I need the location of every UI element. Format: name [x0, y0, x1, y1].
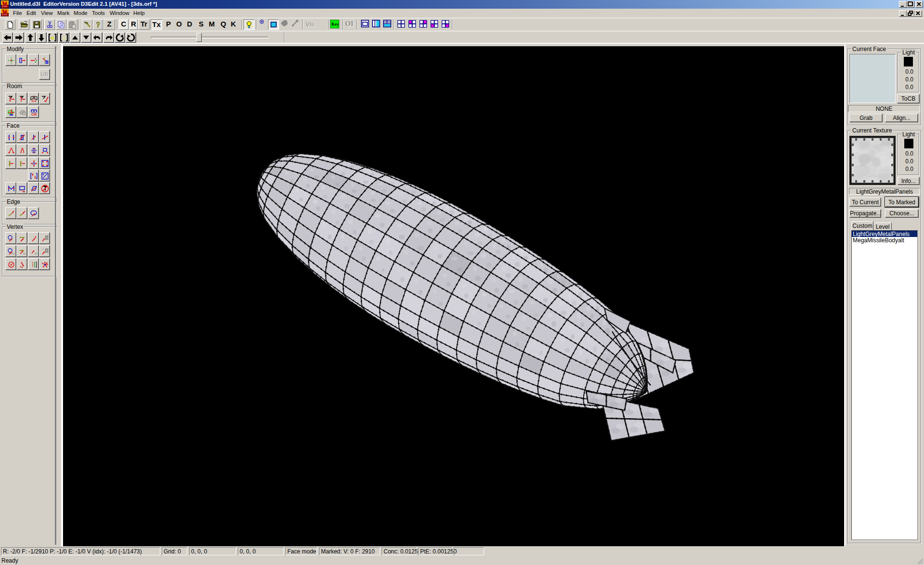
svg-text:CR: CR: [31, 112, 37, 117]
svg-text:-: -: [46, 176, 47, 179]
svg-text:+: +: [42, 173, 44, 176]
svg-text:?: ?: [96, 21, 100, 29]
